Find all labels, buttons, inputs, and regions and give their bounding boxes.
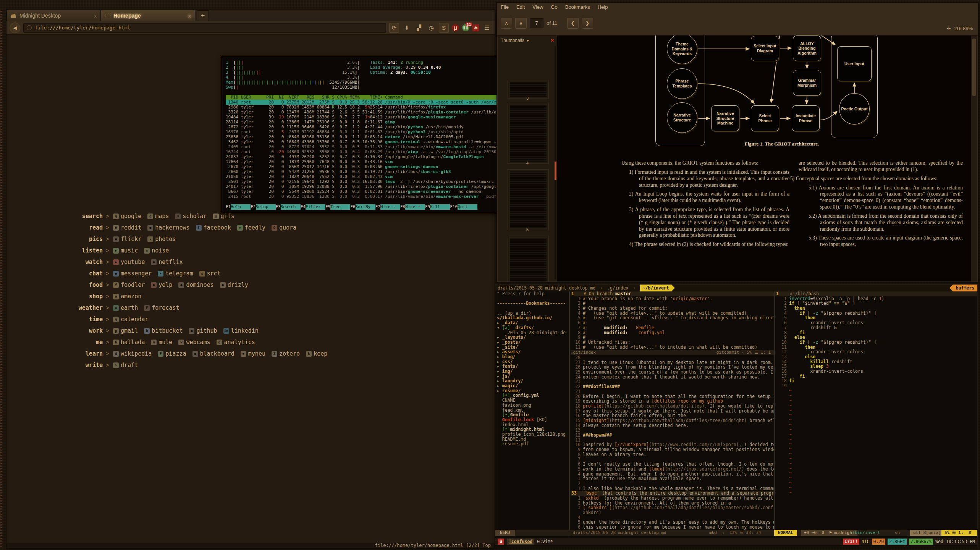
homepage-link-drizly[interactable]: ●drizly: [220, 281, 248, 288]
history-clock-icon[interactable]: ◷: [427, 23, 436, 32]
function-key-f5[interactable]: F5Tree: [325, 204, 350, 210]
homepage-link-google[interactable]: ggoogle: [113, 213, 141, 220]
menu-item-bookmarks[interactable]: Bookmarks: [565, 4, 590, 10]
download-button[interactable]: ⬇: [402, 23, 411, 32]
nerdtree-item[interactable]: ▸ blog/: [497, 354, 566, 359]
homepage-link-maps[interactable]: gmaps: [147, 213, 169, 220]
function-key-f3[interactable]: F3Search: [276, 204, 301, 210]
homepage-link-messenger[interactable]: ●messenger: [113, 270, 152, 277]
nerdtree-item[interactable]: [•]Gemfile: [497, 412, 566, 417]
homepage-link-gmail[interactable]: ggmail: [113, 327, 138, 334]
homepage-link-scholar[interactable]: sscholar: [175, 213, 207, 220]
sidebar-title[interactable]: Thumbnails: [501, 38, 524, 43]
nerdtree-item[interactable]: ▸ _data/: [497, 320, 566, 325]
function-key-f9[interactable]: F9Kill: [425, 204, 450, 210]
nerdtree-item[interactable]: [497, 306, 566, 311]
nerdtree-item[interactable]: ▸ img/: [497, 369, 566, 374]
function-key-f10[interactable]: F10Quit: [450, 204, 477, 210]
menu-item-edit[interactable]: Edit: [516, 4, 525, 10]
homepage-link-webcams[interactable]: wwebcams: [178, 339, 210, 346]
nerdtree-item[interactable]: " Press ? for help: [497, 291, 566, 296]
function-key-f8[interactable]: F8Nice +: [400, 204, 425, 210]
ublock-icon[interactable]: μ: [452, 24, 459, 31]
homepage-link-photos[interactable]: ✦photos: [147, 236, 176, 243]
s-extension-icon[interactable]: S: [439, 23, 449, 33]
reload-button[interactable]: ⟳: [389, 23, 399, 33]
homepage-link-flickr[interactable]: ●flickr: [113, 236, 141, 243]
tab-homepage[interactable]: Homepage x: [101, 10, 195, 21]
menu-item-file[interactable]: File: [501, 4, 509, 10]
homepage-link-wikipedia[interactable]: Wwikipedia: [113, 350, 152, 357]
nerdtree-item[interactable]: ▾ [✗] _drafts/: [497, 325, 566, 330]
nerdtree-item[interactable]: Gemfile.lock [RO]: [497, 417, 566, 422]
pdf-scrollbar-thumb[interactable]: [972, 39, 976, 96]
nerdtree-item[interactable]: ▸ _posts/: [497, 340, 566, 345]
history-forward-button[interactable]: ❯: [582, 18, 593, 29]
nerdtree-item[interactable]: CNAME: [497, 398, 566, 403]
previous-page-button[interactable]: ∧: [501, 18, 512, 29]
nerdtree-item[interactable]: resume.pdf: [497, 442, 566, 446]
function-key-f7[interactable]: F7Nice -: [375, 204, 400, 210]
homepage-link-mule[interactable]: mmule: [151, 339, 172, 346]
homepage-link-netflix[interactable]: ●netflix: [151, 259, 183, 265]
menu-item-view[interactable]: View: [532, 4, 543, 10]
homepage-link-srct[interactable]: ssrct: [199, 270, 221, 277]
homepage-link-youtube[interactable]: ▶youtube: [113, 259, 145, 265]
function-key-f4[interactable]: F4Filter: [301, 204, 325, 210]
homepage-link-quora[interactable]: Qquora: [272, 224, 296, 231]
back-button[interactable]: ◀: [10, 23, 20, 33]
homepage-link-blackboard[interactable]: ●blackboard: [192, 350, 234, 357]
homepage-link-telegram[interactable]: ➤telegram: [158, 270, 193, 277]
homepage-link-calendar[interactable]: gcalendar: [113, 316, 148, 323]
nerdtree-item[interactable]: ▸ magic/: [497, 383, 566, 388]
homepage-link-dominoes[interactable]: ●dominoes: [178, 281, 213, 288]
homepage-link-yelp[interactable]: ●yelp: [151, 281, 172, 288]
homepage-link-github[interactable]: ●github: [189, 327, 217, 334]
homepage-link-forecast[interactable]: Fforecast: [144, 304, 179, 311]
tmux-window-name[interactable]: 0:vim*: [537, 539, 553, 545]
function-key-f6[interactable]: F6SortBy: [350, 204, 375, 210]
menu-item-go[interactable]: Go: [551, 4, 557, 10]
pause-extension-icon[interactable]: ❚❚21: [462, 24, 469, 31]
homepage-link-reddit[interactable]: öreddit: [113, 224, 141, 231]
homepage-link-noise[interactable]: ▮noise: [144, 247, 169, 254]
history-back-button[interactable]: ❮: [567, 18, 579, 29]
homepage-link-amazon[interactable]: aamazon: [113, 293, 141, 300]
homepage-link-analytics[interactable]: ganalytics: [217, 339, 255, 346]
homepage-link-bitbucket[interactable]: bbitbucket: [144, 327, 183, 334]
homepage-link-myneu[interactable]: ✱myneu: [241, 350, 265, 357]
function-key-f1[interactable]: F1Help: [226, 204, 251, 210]
homepage-link-gifs[interactable]: ▤gifs: [213, 213, 234, 220]
nerdtree-item[interactable]: profile_icon_128x128.png: [497, 432, 566, 437]
thumbnail-page-4[interactable]: [508, 103, 549, 164]
lastpass-icon[interactable]: ✱: [472, 24, 479, 31]
nerdtree-item[interactable]: ▸ _layouts/: [497, 335, 566, 340]
homepage-link-zotero[interactable]: Zzotero: [272, 350, 300, 357]
homepage-link-hallada[interactable]: hhallada: [113, 339, 145, 346]
thumbnail-page-6[interactable]: [508, 236, 549, 281]
thumbnail-page-5[interactable]: [508, 169, 549, 230]
sidebar-scrollbar-thumb[interactable]: [555, 162, 556, 180]
homepage-link-keep[interactable]: kkeep: [306, 350, 327, 357]
homepage-link-foodler[interactable]: ffoodler: [113, 281, 145, 288]
homepage-link-earth[interactable]: ◉earth: [113, 304, 138, 311]
buffer-tab[interactable]: drafts/2015-05-28-midnight-desktop.md: [495, 285, 598, 291]
homepage-link-linkedin[interactable]: inlinkedin: [223, 327, 259, 334]
homepage-link-draft[interactable]: ✎draft: [113, 362, 138, 369]
homepage-link-facebook[interactable]: ffacebook: [196, 224, 231, 231]
next-page-button[interactable]: ∨: [515, 18, 527, 29]
page-number-input[interactable]: 7: [530, 18, 543, 28]
tab-close-icon[interactable]: x: [94, 13, 97, 19]
homepage-link-hackernews[interactable]: ●hackernews: [147, 224, 189, 231]
extension-puzzle-icon[interactable]: ▞: [414, 23, 424, 32]
menu-item-help[interactable]: Help: [598, 4, 608, 10]
sidebar-close-icon[interactable]: ✕: [550, 38, 554, 43]
hamburger-menu-icon[interactable]: ☰: [482, 23, 492, 32]
buffer-tab[interactable]: .g/index: [605, 285, 631, 291]
homepage-link-feedly[interactable]: ❖feedly: [237, 224, 265, 231]
homepage-link-piazza[interactable]: Ppiazza: [158, 350, 186, 357]
tab-midnight-desktop[interactable]: Midnight Desktop x: [6, 10, 101, 21]
tab-close-icon[interactable]: x: [188, 13, 191, 19]
chevron-down-icon[interactable]: ▾: [527, 38, 529, 43]
homepage-link-music[interactable]: ▶music: [113, 247, 138, 254]
